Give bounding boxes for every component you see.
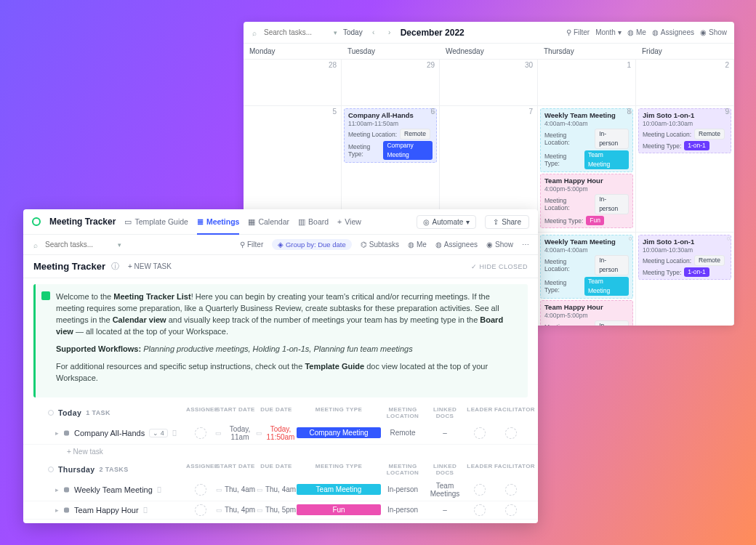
assignees-filter[interactable]: ◍ Assignees bbox=[435, 241, 478, 249]
status-square-icon[interactable] bbox=[64, 430, 69, 435]
calendar-cell[interactable]: 9 ○ Jim Soto 1-on-1 10:00am-10:30am Meet… bbox=[636, 106, 734, 233]
calendar-cell[interactable]: 8 ○ Weekly Team Meeting 4:00am-4:00am Me… bbox=[538, 106, 636, 233]
calendar-cell[interactable]: 30 bbox=[440, 60, 538, 106]
hide-closed-toggle[interactable]: ✓ HIDE CLOSED bbox=[471, 263, 528, 270]
event-1on1[interactable]: ○ Jim Soto 1-on-1 10:00am-10:30am Meetin… bbox=[638, 235, 731, 280]
docs-cell[interactable]: – bbox=[425, 504, 465, 516]
share-button[interactable]: ⇪ Share bbox=[485, 215, 529, 229]
event-weekly-team[interactable]: ○ Weekly Team Meeting 4:00am-4:00am Meet… bbox=[540, 108, 633, 172]
search-input[interactable] bbox=[251, 26, 331, 39]
search-input[interactable] bbox=[32, 238, 112, 251]
event-title: Weekly Team Meeting bbox=[544, 111, 629, 119]
facilitator-cell[interactable] bbox=[494, 482, 528, 498]
col-assignee: ASSIGNEE bbox=[186, 463, 215, 476]
assignee-cell[interactable] bbox=[186, 425, 215, 441]
close-icon[interactable]: ○ bbox=[433, 108, 436, 116]
group-header[interactable]: Today 1 TASK ASSIGNEE START DATE DUE DAT… bbox=[23, 403, 538, 422]
month-selector[interactable]: Month ▾ bbox=[595, 28, 622, 36]
calendar-cell[interactable]: 28 bbox=[244, 60, 342, 106]
location-cell[interactable]: Remote bbox=[381, 425, 425, 441]
automate-button[interactable]: ◎ Automate ▾ bbox=[417, 215, 477, 229]
tab-calendar[interactable]: ▦ Calendar bbox=[248, 214, 289, 229]
attachment-icon[interactable]: ⌷ bbox=[157, 485, 161, 493]
tab-board[interactable]: ▥ Board bbox=[298, 214, 329, 229]
expand-icon[interactable]: ▸ bbox=[55, 486, 59, 493]
group-header[interactable]: Thursday 2 TASKS ASSIGNEE START DATE DUE… bbox=[23, 460, 538, 479]
due-date-cell[interactable]: ▭Thu, 5pm bbox=[256, 504, 297, 516]
me-filter[interactable]: ◍ Me bbox=[408, 241, 427, 249]
chevron-down-icon[interactable]: ▾ bbox=[334, 29, 337, 36]
next-month-button[interactable]: › bbox=[385, 28, 395, 38]
docs-cell[interactable]: Team Meetings bbox=[425, 482, 465, 498]
search-wrap: ⌕ bbox=[32, 238, 112, 251]
search-icon: ⌕ bbox=[33, 241, 38, 249]
leader-cell[interactable] bbox=[465, 504, 494, 516]
collapse-circle-icon[interactable] bbox=[48, 410, 54, 416]
filter-button[interactable]: ⚲ Filter bbox=[566, 28, 590, 36]
leader-cell[interactable] bbox=[465, 425, 494, 441]
assignee-cell[interactable] bbox=[186, 504, 215, 516]
due-date-cell[interactable]: ▭Thu, 4am bbox=[256, 482, 297, 498]
start-date-cell[interactable]: ▭Today, 11am bbox=[215, 425, 256, 441]
close-icon[interactable]: ○ bbox=[629, 108, 632, 116]
collapse-circle-icon[interactable] bbox=[48, 467, 54, 472]
more-button[interactable]: ⋯ bbox=[522, 241, 529, 249]
col-docs: LINKED DOCS bbox=[425, 463, 465, 476]
show-button[interactable]: ◉ Show bbox=[700, 28, 727, 36]
calendar-cell[interactable]: 1 bbox=[538, 60, 636, 106]
calendar-cell[interactable]: 2 bbox=[636, 60, 734, 106]
start-date-cell[interactable]: ▭Thu, 4pm bbox=[215, 504, 256, 516]
calendar-cell[interactable]: ○ Weekly Team Meeting 4:00am-4:00am Meet… bbox=[538, 233, 636, 326]
me-filter[interactable]: ◍ Me bbox=[627, 28, 646, 36]
close-icon[interactable]: ○ bbox=[727, 235, 731, 242]
today-button[interactable]: Today bbox=[343, 28, 363, 36]
task-row[interactable]: ▸ Company All-Hands ⌄ 4 ⌷ ▭Today, 11am ▭… bbox=[23, 422, 538, 445]
assignee-cell[interactable] bbox=[186, 482, 215, 498]
subtasks-button[interactable]: ⌬ Subtasks bbox=[361, 241, 399, 249]
event-company-allhands[interactable]: ○ Company All-Hands 11:00am-11:50am Meet… bbox=[344, 108, 437, 163]
event-1on1[interactable]: ○ Jim Soto 1-on-1 10:00am-10:30am Meetin… bbox=[638, 108, 731, 153]
type-cell[interactable]: Company Meeting bbox=[297, 425, 381, 441]
location-cell[interactable]: In-person bbox=[381, 482, 425, 498]
chevron-down-icon[interactable]: ▾ bbox=[118, 241, 121, 249]
event-weekly-team[interactable]: ○ Weekly Team Meeting 4:00am-4:00am Meet… bbox=[540, 235, 633, 299]
list-title: Meeting Tracker bbox=[49, 217, 116, 227]
leader-cell[interactable] bbox=[465, 482, 494, 498]
location-cell[interactable]: In-person bbox=[381, 504, 425, 516]
assignees-filter[interactable]: ◍ Assignees bbox=[652, 28, 694, 36]
attachment-icon[interactable]: ⌷ bbox=[143, 506, 148, 514]
attachment-icon[interactable]: ⌷ bbox=[172, 429, 177, 437]
status-square-icon[interactable] bbox=[64, 487, 69, 492]
event-happy-hour[interactable]: ○ Team Happy Hour 4:00pm-5:00pm Meeting … bbox=[540, 300, 633, 326]
status-square-icon[interactable] bbox=[64, 507, 69, 512]
task-row[interactable]: ▸ Weekly Team Meeting ⌷ ▭Thu, 4am ▭Thu, … bbox=[23, 479, 538, 501]
facilitator-cell[interactable] bbox=[494, 504, 528, 516]
expand-icon[interactable]: ▸ bbox=[55, 429, 59, 437]
group-by-pill[interactable]: ◈ Group by: Due date bbox=[272, 239, 352, 250]
new-task-row[interactable]: + New task bbox=[23, 520, 538, 523]
task-row[interactable]: ▸ Team Happy Hour ⌷ ▭Thu, 4pm ▭Thu, 5pm … bbox=[23, 501, 538, 520]
docs-cell[interactable]: – bbox=[425, 425, 465, 441]
tab-template-guide[interactable]: ▭ Template Guide bbox=[124, 214, 188, 229]
filter-button[interactable]: ⚲ Filter bbox=[240, 241, 263, 249]
facilitator-cell[interactable] bbox=[494, 425, 528, 441]
calendar-cell[interactable]: ○ Jim Soto 1-on-1 10:00am-10:30am Meetin… bbox=[636, 233, 734, 326]
event-happy-hour[interactable]: ○ Team Happy Hour 4:00pm-5:00pm Meeting … bbox=[540, 174, 633, 228]
close-icon[interactable]: ○ bbox=[727, 108, 731, 116]
new-task-button[interactable]: + NEW TASK bbox=[128, 262, 172, 270]
tab-meetings[interactable]: ≣ Meetings bbox=[197, 214, 240, 229]
expand-icon[interactable]: ▸ bbox=[55, 506, 59, 514]
info-icon[interactable]: ⓘ bbox=[111, 261, 119, 272]
subtask-count[interactable]: ⌄ 4 bbox=[149, 429, 168, 437]
show-button[interactable]: ◉ Show bbox=[486, 241, 513, 249]
calendar-cell[interactable]: 29 bbox=[342, 60, 440, 106]
close-icon[interactable]: ○ bbox=[629, 235, 632, 242]
prev-month-button[interactable]: ‹ bbox=[369, 28, 379, 38]
start-date-cell[interactable]: ▭Thu, 4am bbox=[215, 482, 256, 498]
due-date-cell[interactable]: ▭Today, 11:50am bbox=[256, 425, 297, 441]
new-task-row[interactable]: + New task bbox=[23, 445, 538, 460]
add-view-button[interactable]: + View bbox=[337, 214, 361, 229]
type-cell[interactable]: Team Meeting bbox=[297, 482, 381, 498]
col-facilitator: FACILITATOR bbox=[494, 463, 528, 476]
type-cell[interactable]: Fun bbox=[297, 504, 381, 516]
